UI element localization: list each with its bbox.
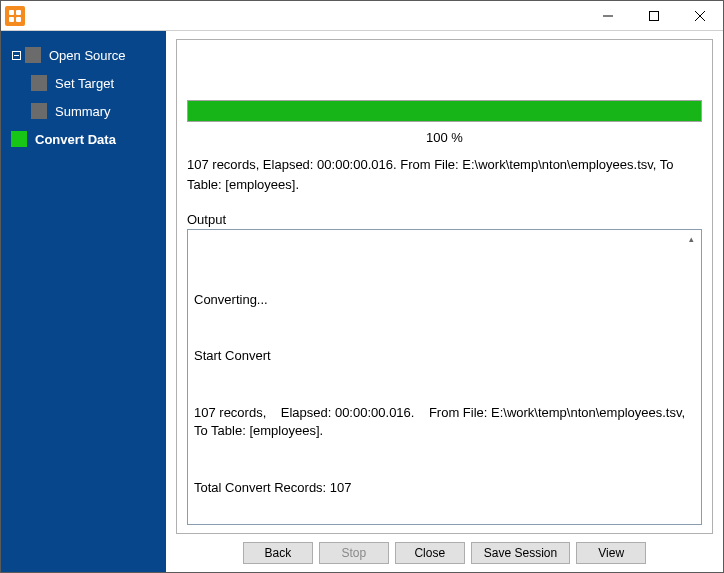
output-line: Start Convert bbox=[194, 347, 695, 366]
minimize-button[interactable] bbox=[585, 1, 631, 30]
titlebar-left bbox=[1, 6, 25, 26]
step-label: Summary bbox=[55, 104, 111, 119]
stop-button: Stop bbox=[319, 542, 389, 564]
titlebar bbox=[1, 1, 723, 31]
scroll-up-icon[interactable]: ▴ bbox=[683, 232, 699, 248]
progress-bar-fill bbox=[188, 101, 701, 121]
app-window: Open Source Set Target Summary Convert D… bbox=[0, 0, 724, 573]
step-summary[interactable]: Summary bbox=[1, 97, 166, 125]
step-label: Set Target bbox=[55, 76, 114, 91]
step-convert-data[interactable]: Convert Data bbox=[1, 125, 166, 153]
save-session-button[interactable]: Save Session bbox=[471, 542, 570, 564]
main-panel: 100 % 107 records, Elapsed: 00:00:00.016… bbox=[166, 31, 723, 572]
window-body: Open Source Set Target Summary Convert D… bbox=[1, 31, 723, 572]
collapse-icon bbox=[11, 50, 21, 60]
step-box-icon bbox=[25, 47, 41, 63]
wizard-sidebar: Open Source Set Target Summary Convert D… bbox=[1, 31, 166, 572]
svg-rect-3 bbox=[16, 17, 21, 22]
window-controls bbox=[585, 1, 723, 30]
view-button[interactable]: View bbox=[576, 542, 646, 564]
output-line: 107 records, Elapsed: 00:00:00.016. From… bbox=[194, 404, 695, 442]
app-icon bbox=[5, 6, 25, 26]
step-open-source[interactable]: Open Source bbox=[1, 41, 166, 69]
step-box-icon bbox=[31, 75, 47, 91]
progress-bar-track bbox=[187, 100, 702, 122]
step-label: Convert Data bbox=[35, 132, 116, 147]
progress-section bbox=[187, 100, 702, 122]
close-button[interactable]: Close bbox=[395, 542, 465, 564]
step-set-target[interactable]: Set Target bbox=[1, 69, 166, 97]
svg-rect-5 bbox=[650, 11, 659, 20]
output-textbox[interactable]: ▴ Converting... Start Convert 107 record… bbox=[187, 229, 702, 525]
step-label: Open Source bbox=[49, 48, 126, 63]
svg-rect-2 bbox=[9, 17, 14, 22]
output-label: Output bbox=[187, 212, 702, 229]
button-row: Back Stop Close Save Session View bbox=[176, 534, 713, 566]
output-line: Converting... bbox=[194, 291, 695, 310]
maximize-button[interactable] bbox=[631, 1, 677, 30]
status-text: 107 records, Elapsed: 00:00:00.016. From… bbox=[187, 155, 702, 212]
back-button[interactable]: Back bbox=[243, 542, 313, 564]
svg-rect-0 bbox=[9, 10, 14, 15]
step-box-icon bbox=[31, 103, 47, 119]
step-box-icon bbox=[11, 131, 27, 147]
close-window-button[interactable] bbox=[677, 1, 723, 30]
progress-percent-text: 100 % bbox=[187, 126, 702, 155]
output-line: Total Convert Records: 107 bbox=[194, 479, 695, 498]
content-panel: 100 % 107 records, Elapsed: 00:00:00.016… bbox=[176, 39, 713, 534]
svg-rect-1 bbox=[16, 10, 21, 15]
